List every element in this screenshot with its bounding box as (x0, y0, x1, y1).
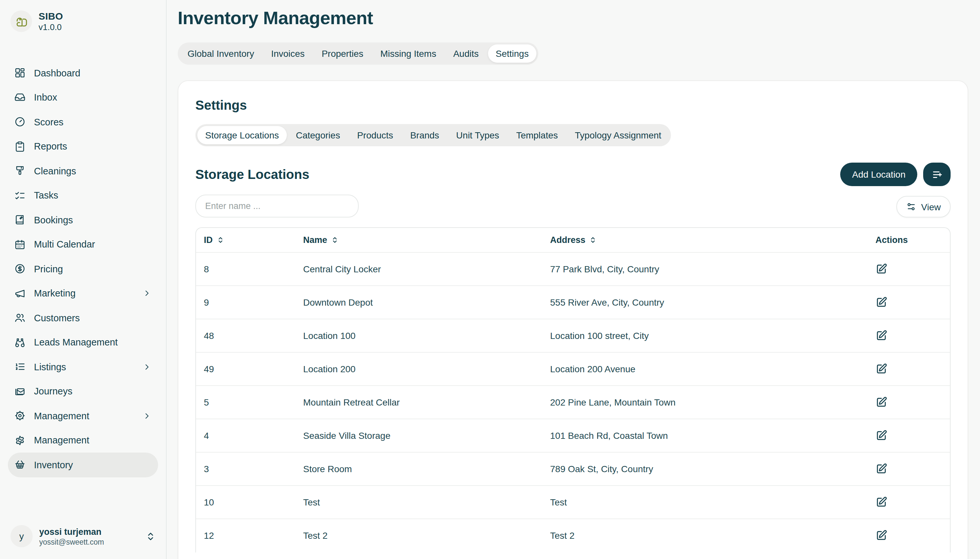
sidebar-item-label: Scores (34, 117, 63, 127)
tab-properties[interactable]: Properties (314, 45, 371, 63)
table-header-row: ID Name Address Actions (196, 228, 950, 252)
mails-icon (14, 386, 25, 397)
edit-icon (876, 296, 887, 308)
logo-icon (10, 10, 32, 32)
locations-table: ID Name Address Actions 8 Central City L… (195, 227, 950, 552)
column-header-address[interactable]: Address (542, 228, 861, 252)
search-input[interactable] (195, 195, 359, 217)
edit-button[interactable] (874, 328, 889, 342)
avatar-initial: y (19, 531, 24, 541)
sidebar-item-cleanings[interactable]: Cleanings (8, 159, 158, 183)
cell-name: Store Room (295, 452, 542, 486)
tab-templates[interactable]: Templates (508, 126, 566, 144)
tab-categories[interactable]: Categories (288, 126, 348, 144)
table-row: 4 Seaside Villa Storage 101 Beach Rd, Co… (196, 419, 950, 452)
view-button[interactable]: View (896, 196, 950, 217)
sidebar-item-label: Customers (34, 313, 80, 323)
sidebar-item-listings[interactable]: Listings (8, 355, 158, 379)
gear-icon (14, 435, 25, 446)
table-row: 10 Test Test (196, 486, 950, 519)
sidebar-item-pricing[interactable]: Pricing (8, 256, 158, 281)
dashboard-icon (14, 68, 25, 79)
tab-typology-assignment[interactable]: Typology Assignment (567, 126, 669, 144)
cell-address: 77 Park Blvd, City, Country (542, 252, 861, 286)
cell-address: Test (542, 486, 861, 519)
sidebar-item-label: Tasks (34, 190, 58, 201)
book-pen-icon (14, 215, 25, 226)
sidebar-item-label: Inventory (34, 460, 73, 470)
tab-invoices[interactable]: Invoices (263, 45, 313, 63)
inbox-icon (14, 92, 25, 103)
edit-button[interactable] (874, 528, 889, 542)
sidebar-item-multi-calendar[interactable]: Multi Calendar (8, 232, 158, 256)
tab-brands[interactable]: Brands (402, 126, 447, 144)
sidebar-item-label: Bookings (34, 215, 73, 225)
edit-button[interactable] (874, 261, 889, 276)
list-checks-icon (14, 190, 25, 201)
column-header-name[interactable]: Name (295, 228, 542, 252)
sidebar-item-marketing[interactable]: Marketing (8, 281, 158, 306)
table-row: 3 Store Room 789 Oak St, City, Country (196, 452, 950, 486)
settings-tabs: Storage Locations Categories Products Br… (195, 124, 671, 146)
sidebar-item-label: Listings (34, 362, 66, 372)
edit-button[interactable] (874, 495, 889, 509)
settings-title: Settings (195, 98, 950, 113)
chevron-right-icon (142, 362, 152, 372)
cell-address: 101 Beach Rd, Coastal Town (542, 419, 861, 452)
bulk-add-button[interactable] (923, 163, 950, 186)
chevron-right-icon (142, 412, 152, 420)
add-location-button[interactable]: Add Location (841, 163, 917, 186)
cell-id: 48 (196, 319, 295, 352)
sidebar-item-management-1[interactable]: Management (8, 404, 158, 428)
sidebar-item-customers[interactable]: Customers (8, 306, 158, 330)
sidebar-item-tasks[interactable]: Tasks (8, 183, 158, 208)
edit-button[interactable] (874, 395, 889, 409)
chevrons-up-down-icon (331, 237, 338, 243)
table-row: 9 Downtown Depot 555 River Ave, City, Co… (196, 286, 950, 319)
edit-button[interactable] (874, 295, 889, 309)
cell-id: 49 (196, 352, 295, 385)
sidebar-item-label: Inbox (34, 93, 57, 103)
sliders-icon (906, 202, 916, 212)
sidebar-item-label: Marketing (34, 288, 76, 299)
edit-icon (876, 429, 887, 441)
list-plus-icon (931, 169, 942, 180)
column-header-id[interactable]: ID (196, 228, 295, 252)
sidebar-item-management-2[interactable]: Management (8, 428, 158, 453)
table-row: 48 Location 100 Location 100 street, Cit… (196, 319, 950, 352)
binoculars-icon (14, 337, 25, 348)
tab-missing-items[interactable]: Missing Items (372, 45, 444, 63)
sidebar-item-label: Management (34, 435, 89, 446)
tab-products[interactable]: Products (349, 126, 401, 144)
sidebar-item-dashboard[interactable]: Dashboard (8, 61, 158, 85)
sidebar-item-journeys[interactable]: Journeys (8, 379, 158, 404)
sidebar-item-label: Pricing (34, 264, 63, 274)
edit-button[interactable] (874, 361, 889, 376)
table-row: 8 Central City Locker 77 Park Blvd, City… (196, 252, 950, 286)
tab-audits[interactable]: Audits (445, 45, 487, 63)
cell-address: 789 Oak St, City, Country (542, 452, 861, 486)
cell-address: Test 2 (542, 519, 861, 552)
sidebar-item-inbox[interactable]: Inbox (8, 85, 158, 110)
page-tabs: Global Inventory Invoices Properties Mis… (178, 43, 538, 64)
cell-address: Location 100 street, City (542, 319, 861, 352)
calendar-icon (14, 239, 25, 250)
tab-global-inventory[interactable]: Global Inventory (180, 45, 262, 63)
section-title: Storage Locations (195, 167, 310, 182)
sidebar-item-scores[interactable]: Scores (8, 110, 158, 134)
tab-settings[interactable]: Settings (488, 45, 536, 63)
app-root: SIBO v1.0.0 Dashboard Inbox Scores Repor… (0, 0, 980, 559)
tab-storage-locations[interactable]: Storage Locations (197, 126, 287, 144)
sidebar-item-reports[interactable]: Reports (8, 134, 158, 159)
cell-id: 5 (196, 385, 295, 419)
tab-unit-types[interactable]: Unit Types (448, 126, 507, 144)
edit-button[interactable] (874, 428, 889, 442)
sidebar-item-inventory[interactable]: Inventory (8, 453, 158, 477)
edit-icon (876, 363, 887, 374)
sidebar-item-label: Multi Calendar (34, 239, 95, 250)
user-menu[interactable]: y yossi turjeman yossit@sweett.com (8, 521, 158, 551)
sidebar-item-bookings[interactable]: Bookings (8, 208, 158, 232)
megaphone-icon (14, 288, 25, 299)
edit-button[interactable] (874, 461, 889, 476)
sidebar-item-leads-management[interactable]: Leads Management (8, 330, 158, 355)
